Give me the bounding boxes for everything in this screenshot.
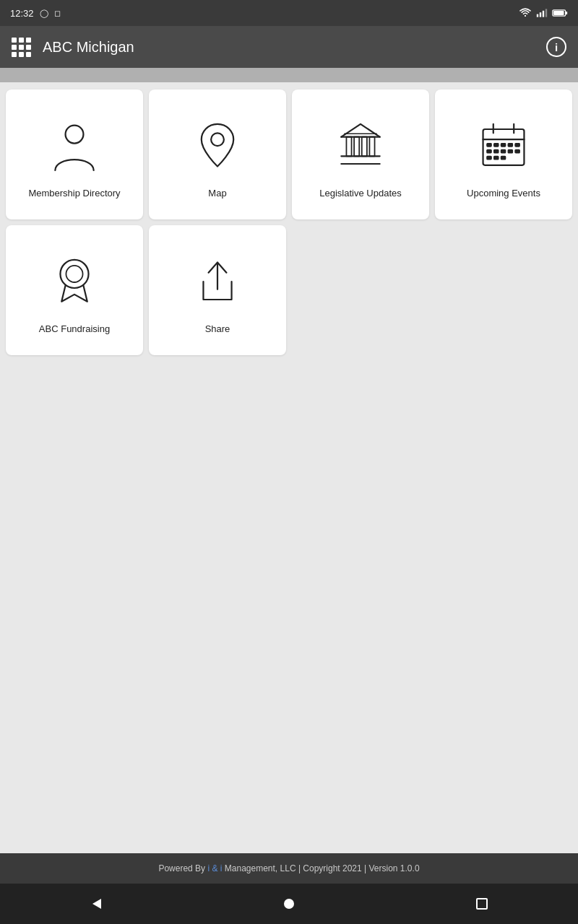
- wifi-icon: [519, 8, 532, 18]
- award-icon: [42, 250, 107, 315]
- empty-cell-1: [292, 225, 429, 355]
- info-button[interactable]: i: [546, 37, 566, 57]
- calendar-icon: [471, 114, 536, 179]
- divider-bar: [0, 68, 578, 82]
- svg-point-39: [284, 899, 294, 909]
- svg-rect-13: [354, 136, 359, 156]
- card-upcoming-events[interactable]: Upcoming Events: [435, 90, 572, 219]
- svg-rect-22: [487, 143, 491, 146]
- svg-rect-25: [508, 143, 512, 146]
- card-label-fundraising: ABC Fundraising: [39, 323, 110, 336]
- svg-rect-28: [494, 149, 499, 152]
- footer: Powered By i & i Management, LLC | Copyr…: [0, 853, 578, 884]
- svg-rect-27: [487, 149, 491, 152]
- map-pin-icon: [185, 114, 250, 179]
- pocket-icon: ◯: [40, 9, 48, 18]
- status-time: 12:32: [10, 8, 34, 19]
- svg-rect-33: [494, 156, 499, 159]
- card-share[interactable]: Share: [149, 225, 286, 355]
- svg-rect-23: [494, 143, 499, 146]
- footer-brand: i & i: [207, 863, 222, 873]
- svg-rect-6: [566, 12, 567, 14]
- sim-icon: ◻: [54, 9, 61, 18]
- card-legislative-updates[interactable]: Legislative Updates: [292, 90, 429, 219]
- svg-rect-26: [515, 143, 519, 146]
- grid-menu-icon[interactable]: [12, 38, 31, 57]
- nav-bar: [0, 884, 578, 924]
- svg-rect-3: [543, 11, 544, 17]
- status-bar: 12:32 ◯ ◻: [0, 0, 578, 26]
- svg-rect-14: [362, 136, 367, 156]
- svg-point-8: [66, 125, 84, 143]
- svg-rect-15: [369, 136, 374, 156]
- svg-point-35: [60, 259, 88, 287]
- person-icon: [42, 114, 107, 179]
- svg-point-9: [211, 133, 224, 146]
- svg-rect-1: [537, 14, 538, 17]
- card-abc-fundraising[interactable]: ABC Fundraising: [6, 225, 143, 355]
- nav-back-button[interactable]: [78, 886, 114, 922]
- card-map[interactable]: Map: [149, 90, 286, 219]
- svg-rect-31: [515, 149, 519, 152]
- battery-icon: [552, 8, 568, 18]
- svg-rect-30: [508, 149, 512, 152]
- empty-cell-2: [435, 225, 572, 355]
- svg-rect-40: [477, 899, 487, 909]
- main-content: Membership Directory Map: [0, 82, 578, 853]
- building-icon: [328, 114, 393, 179]
- svg-marker-38: [92, 899, 101, 909]
- svg-rect-4: [545, 9, 547, 17]
- svg-rect-32: [487, 156, 491, 159]
- svg-point-0: [525, 15, 526, 17]
- card-label-map: Map: [208, 188, 226, 200]
- signal-icon: [536, 8, 548, 18]
- share-icon: [185, 250, 250, 315]
- svg-rect-12: [346, 136, 351, 156]
- svg-rect-2: [540, 12, 541, 17]
- svg-point-36: [66, 265, 82, 282]
- svg-rect-34: [501, 156, 505, 159]
- nav-home-button[interactable]: [271, 886, 307, 922]
- svg-rect-29: [501, 149, 505, 152]
- card-label-legislative: Legislative Updates: [319, 188, 401, 200]
- status-icons: [519, 8, 568, 18]
- card-label-share: Share: [205, 323, 230, 336]
- nav-recent-button[interactable]: [464, 886, 500, 922]
- menu-grid-row2: ABC Fundraising Share: [6, 225, 572, 355]
- footer-text: Powered By i & i Management, LLC | Copyr…: [158, 863, 419, 873]
- svg-rect-7: [553, 11, 564, 15]
- app-bar: ABC Michigan i: [0, 26, 578, 68]
- card-label-membership: Membership Directory: [28, 188, 120, 200]
- app-title: ABC Michigan: [43, 39, 134, 56]
- card-membership-directory[interactable]: Membership Directory: [6, 90, 143, 219]
- card-label-events: Upcoming Events: [467, 188, 540, 200]
- menu-grid-row1: Membership Directory Map: [6, 90, 572, 219]
- svg-rect-24: [501, 143, 505, 146]
